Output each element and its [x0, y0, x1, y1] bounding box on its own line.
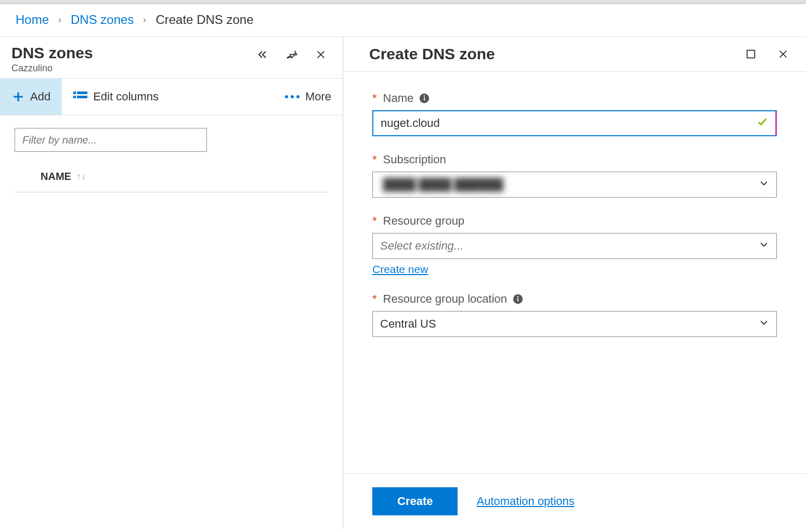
svg-point-9 [291, 95, 294, 98]
breadcrumb-dns-zones[interactable]: DNS zones [71, 12, 134, 27]
add-label: Add [30, 90, 50, 103]
chevron-right-icon [56, 12, 63, 27]
svg-point-19 [517, 296, 519, 297]
svg-rect-11 [747, 50, 755, 58]
info-icon[interactable] [512, 293, 524, 305]
add-button[interactable]: Add [0, 79, 62, 115]
close-icon[interactable] [776, 47, 790, 61]
subscription-label: Subscription [383, 153, 446, 166]
chevron-down-icon [759, 239, 769, 253]
window-topbar [0, 0, 806, 4]
more-button[interactable]: More [273, 79, 343, 115]
field-subscription: * Subscription ████ ████ ██████ [372, 153, 777, 198]
edit-columns-label: Edit columns [93, 90, 159, 103]
breadcrumb-home[interactable]: Home [16, 12, 49, 27]
svg-rect-7 [77, 96, 87, 98]
svg-point-8 [285, 95, 288, 98]
create-button[interactable]: Create [372, 487, 458, 515]
info-icon[interactable] [419, 93, 430, 104]
field-location: * Resource group location Central US [372, 292, 777, 337]
panel-title: DNS zones [11, 44, 255, 62]
panel-subtitle: Cazzulino [11, 63, 255, 74]
svg-point-10 [296, 95, 300, 98]
more-icon [284, 94, 300, 99]
plus-icon [11, 90, 25, 103]
breadcrumb: Home DNS zones Create DNS zone [0, 4, 806, 36]
svg-rect-15 [424, 97, 425, 100]
svg-rect-4 [73, 92, 76, 94]
collapse-icon[interactable] [255, 47, 270, 62]
automation-options-link[interactable]: Automation options [476, 495, 574, 508]
required-icon: * [372, 92, 377, 105]
name-input[interactable]: nuget.cloud [372, 110, 777, 136]
resource-group-label: Resource group [383, 214, 465, 228]
svg-rect-5 [77, 92, 87, 94]
columns-icon [73, 90, 88, 103]
create-new-link[interactable]: Create new [372, 263, 428, 276]
name-label: Name [383, 92, 414, 105]
svg-rect-18 [517, 298, 518, 301]
sort-icon: ↑↓ [76, 171, 86, 182]
close-icon[interactable] [314, 47, 328, 62]
field-name: * Name nuget.cloud [372, 92, 777, 136]
chevron-down-icon [759, 317, 769, 331]
breadcrumb-current: Create DNS zone [155, 12, 253, 27]
name-value: nuget.cloud [381, 116, 757, 130]
panel-title: Create DNS zone [369, 45, 744, 63]
chevron-down-icon [759, 178, 769, 191]
field-resource-group: * Resource group Select existing... Crea… [372, 214, 777, 276]
list-header-name[interactable]: NAME ↑↓ [15, 157, 328, 192]
dns-zones-header: DNS zones Cazzulino [0, 37, 343, 78]
create-footer: Create Automation options [343, 473, 806, 529]
edit-columns-button[interactable]: Edit columns [62, 79, 170, 115]
dns-zones-toolbar: Add Edit columns More [0, 78, 343, 115]
location-select[interactable]: Central US [372, 311, 777, 337]
more-label: More [305, 90, 331, 103]
maximize-icon[interactable] [744, 47, 758, 61]
column-name: NAME [41, 171, 71, 183]
svg-point-16 [424, 95, 425, 97]
svg-rect-6 [73, 96, 76, 98]
pin-icon[interactable] [284, 47, 299, 62]
filter-input[interactable] [15, 128, 207, 152]
resource-group-select[interactable]: Select existing... [372, 233, 777, 259]
subscription-select[interactable]: ████ ████ ██████ [372, 172, 777, 198]
resource-group-placeholder: Select existing... [380, 239, 463, 253]
checkmark-icon [757, 116, 768, 131]
create-dns-zone-panel: Create DNS zone * Name [343, 37, 806, 529]
location-label: Resource group location [383, 292, 507, 306]
location-value: Central US [380, 317, 436, 331]
required-icon: * [372, 214, 377, 228]
required-icon: * [372, 153, 377, 166]
subscription-value: ████ ████ ██████ [380, 177, 506, 192]
dns-zones-panel: DNS zones Cazzulino Add [0, 37, 343, 529]
chevron-right-icon [141, 12, 148, 27]
required-icon: * [372, 292, 377, 306]
